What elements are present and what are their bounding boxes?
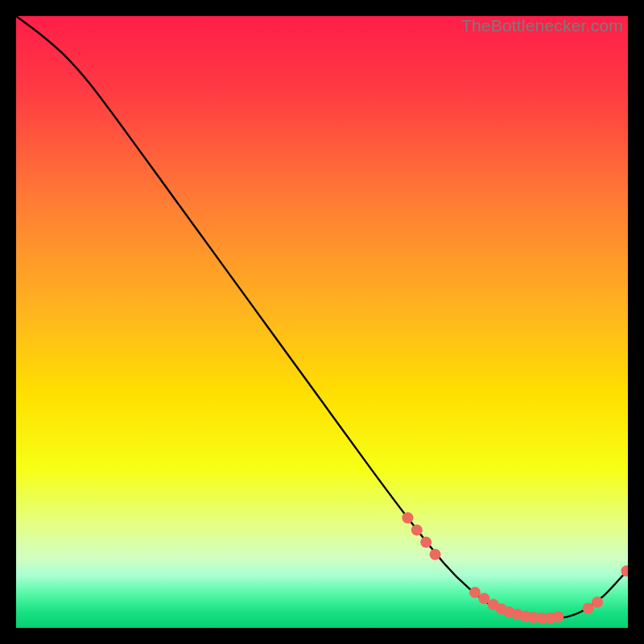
- chart-svg: [16, 16, 628, 628]
- highlighted-point: [430, 549, 441, 560]
- highlighted-point: [420, 537, 431, 548]
- highlighted-point: [583, 603, 594, 614]
- watermark-text: TheBottlenecker.com: [461, 16, 623, 35]
- chart-frame: TheBottlenecker.com: [16, 16, 628, 628]
- highlighted-point: [411, 524, 423, 535]
- highlighted-point: [552, 611, 564, 622]
- highlighted-point: [402, 512, 413, 523]
- highlighted-point: [469, 587, 481, 598]
- highlighted-point: [592, 597, 603, 608]
- highlighted-point: [478, 593, 489, 605]
